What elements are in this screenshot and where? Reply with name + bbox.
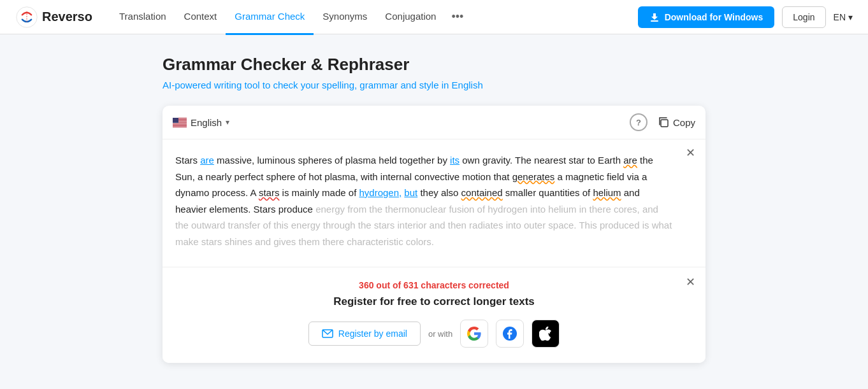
svg-rect-12 [173, 125, 187, 125]
correction-but[interactable]: but [404, 187, 417, 198]
svg-rect-1 [651, 20, 658, 22]
register-email-button[interactable]: Register by email [308, 322, 421, 346]
email-icon [322, 329, 333, 338]
page-title: Grammar Checker & Rephraser [163, 55, 705, 74]
reverso-logo-icon [15, 6, 38, 29]
svg-rect-14 [173, 126, 187, 127]
apple-icon [539, 327, 552, 341]
us-flag-icon [173, 118, 187, 127]
svg-rect-13 [173, 125, 187, 126]
banner-close-button[interactable]: ✕ [686, 275, 695, 289]
faded-text: energy from the thermonuclear fusion of … [175, 204, 672, 247]
nav-context[interactable]: Context [175, 0, 226, 35]
language-selector[interactable]: English ▾ [173, 117, 229, 128]
correction-its[interactable]: its [450, 155, 459, 166]
register-title: Register for free to correct longer text… [175, 295, 693, 308]
svg-rect-10 [173, 124, 187, 124]
register-banner: ✕ 360 out of 631 characters corrected Re… [163, 267, 705, 363]
language-toggle[interactable]: EN ▾ [834, 12, 853, 22]
nav-grammar-check[interactable]: Grammar Check [226, 0, 314, 35]
chars-corrected: 360 out of 631 characters corrected [175, 280, 693, 290]
correction-helium[interactable]: helium [593, 187, 621, 198]
help-button[interactable]: ? [630, 113, 647, 131]
svg-rect-15 [173, 118, 178, 123]
download-button[interactable]: Download for Windows [638, 6, 775, 28]
editor-card: English ▾ ? Copy ✕ Stars are massive, lu… [163, 106, 705, 363]
download-icon [649, 12, 660, 22]
correction-generates[interactable]: generates [512, 171, 555, 182]
editor-text: Stars are massive, luminous spheres of p… [175, 152, 693, 250]
correction-are[interactable]: are [200, 155, 214, 166]
nav-more-dots[interactable]: ••• [445, 10, 470, 24]
register-actions: Register by email or with [175, 320, 693, 348]
editor-body[interactable]: ✕ Stars are massive, luminous spheres of… [163, 139, 705, 267]
main-content: Grammar Checker & Rephraser AI-powered w… [147, 34, 721, 383]
toolbar-right: ? Copy [630, 113, 695, 131]
correction-hydrogen[interactable]: hydrogen, [359, 187, 401, 198]
facebook-icon [503, 327, 517, 341]
page-subtitle: AI-powered writing tool to check your sp… [163, 80, 705, 90]
nav-conjugation[interactable]: Conjugation [376, 0, 445, 35]
svg-rect-9 [173, 123, 187, 124]
navbar: Reverso Translation Context Grammar Chec… [0, 0, 868, 34]
svg-rect-11 [173, 124, 187, 125]
copy-button[interactable]: Copy [658, 117, 695, 128]
copy-icon [658, 117, 669, 128]
correction-contained[interactable]: contained [461, 187, 503, 198]
logo-text: Reverso [42, 10, 92, 24]
nav-synonyms[interactable]: Synonyms [314, 0, 376, 35]
nav-translation[interactable]: Translation [110, 0, 175, 35]
facebook-signin-button[interactable] [496, 320, 524, 348]
login-button[interactable]: Login [782, 6, 825, 28]
google-icon [467, 327, 481, 341]
editor-close-button[interactable]: ✕ [686, 147, 695, 159]
nav-right: Download for Windows Login EN ▾ [638, 6, 853, 28]
apple-signin-button[interactable] [532, 320, 560, 348]
correction-stars[interactable]: stars [259, 187, 280, 198]
selected-language: English [191, 117, 222, 128]
logo[interactable]: Reverso [15, 6, 92, 29]
editor-toolbar: English ▾ ? Copy [163, 106, 705, 139]
nav-links: Translation Context Grammar Check Synony… [110, 0, 638, 35]
or-with-label: or with [428, 329, 452, 339]
correction-are2[interactable]: are [623, 155, 637, 166]
google-signin-button[interactable] [460, 320, 488, 348]
language-chevron-icon: ▾ [226, 118, 229, 127]
svg-rect-16 [661, 120, 668, 127]
